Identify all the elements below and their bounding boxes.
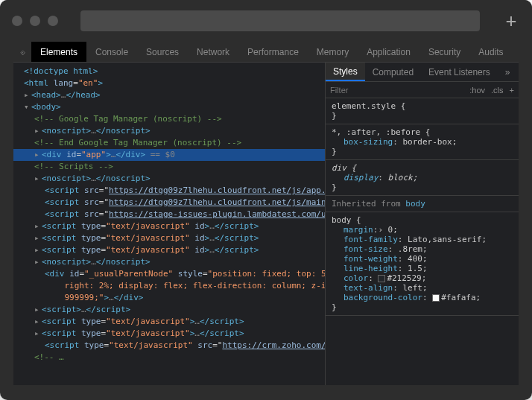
titlebar: +: [0, 0, 532, 42]
dom-line[interactable]: <script type="text/javascript" src="http…: [13, 340, 325, 352]
inherited-from: Inherited from body: [326, 196, 519, 212]
tab-security[interactable]: Security: [419, 42, 469, 62]
hov-toggle[interactable]: :hov: [469, 86, 485, 95]
css-prop[interactable]: display: block;: [332, 173, 513, 182]
dom-line[interactable]: <script src="https://stage-issues-plugin…: [13, 209, 325, 220]
subtab-more-icon[interactable]: »: [498, 63, 518, 81]
css-prop[interactable]: text-align: left;: [332, 283, 513, 293]
styles-filter-row: :hov .cls +: [326, 82, 519, 98]
css-prop[interactable]: font-family: Lato,sans-serif;: [332, 235, 513, 244]
dom-line[interactable]: ▸<script>…</script>: [13, 304, 325, 316]
dom-line[interactable]: <script src="https://dtgg09z7lhehu.cloud…: [13, 197, 325, 209]
css-prop[interactable]: box-sizing: border-box;: [332, 137, 513, 147]
cls-toggle[interactable]: .cls: [491, 86, 504, 95]
dom-line[interactable]: ▸<noscript>…</noscript>: [13, 256, 325, 268]
css-prop[interactable]: background-color: #fafafa;: [332, 293, 513, 302]
tab-network[interactable]: Network: [188, 42, 238, 62]
tab-application[interactable]: Application: [358, 42, 419, 62]
subtab-event-listeners[interactable]: Event Listeners: [421, 63, 498, 81]
dom-line[interactable]: ▸<script type="text/javascript" id>…</sc…: [13, 220, 325, 232]
tab-memory[interactable]: Memory: [308, 42, 358, 62]
tab-sources[interactable]: Sources: [137, 42, 188, 62]
brace: }: [332, 111, 513, 121]
css-prop[interactable]: color: #212529;: [332, 273, 513, 283]
selector-text: *, :after, :before {: [332, 127, 513, 137]
panels: <!doctype html> <html lang="en"> ▸<head>…: [13, 63, 519, 385]
rule-body[interactable]: body { margin:› 0; font-family: Lato,san…: [326, 212, 519, 316]
dom-line[interactable]: ▸<script type="text/javascript" id>…</sc…: [13, 244, 325, 256]
dom-line[interactable]: <html lang="en">: [13, 77, 325, 89]
styles-subtabs: Styles Computed Event Listeners »: [326, 63, 519, 82]
browser-window: + ⟐ Elements Console Sources Network Per…: [0, 0, 532, 400]
dom-line[interactable]: <div id="_usualParentNode" style="positi…: [13, 268, 325, 304]
dom-tree[interactable]: <!doctype html> <html lang="en"> ▸<head>…: [13, 63, 325, 385]
dom-line[interactable]: ▸<script type="text/javascript">…</scrip…: [13, 316, 325, 328]
styles-panel: Styles Computed Event Listeners » :hov .…: [325, 63, 519, 385]
tab-elements[interactable]: Elements: [31, 42, 86, 62]
url-bar[interactable]: [80, 10, 480, 31]
subtab-styles[interactable]: Styles: [326, 63, 365, 81]
brace: }: [332, 182, 513, 192]
inspect-picker-icon[interactable]: ⟐: [13, 47, 31, 57]
tab-performance[interactable]: Performance: [238, 42, 308, 62]
dom-line[interactable]: <!doctype html>: [13, 66, 325, 77]
dom-line[interactable]: ▸<noscript>…</noscript>: [13, 173, 325, 185]
dom-line[interactable]: <!-- Scripts -->: [13, 161, 325, 173]
rule-div[interactable]: div { display: block; }: [326, 160, 519, 196]
selector-text: div {: [332, 163, 513, 173]
devtools: ⟐ Elements Console Sources Network Perfo…: [13, 42, 519, 385]
dom-line[interactable]: ▸<head>…</head>: [13, 89, 325, 101]
dom-line-selected[interactable]: ▸<div id="app">…</div> == $0: [13, 149, 325, 161]
dom-line[interactable]: <!-- End Google Tag Manager (noscript) -…: [13, 137, 325, 149]
subtab-computed[interactable]: Computed: [365, 63, 421, 81]
new-tab-button[interactable]: +: [502, 10, 520, 31]
css-prop[interactable]: font-weight: 400;: [332, 254, 513, 264]
tab-console[interactable]: Console: [86, 42, 137, 62]
css-prop[interactable]: line-height: 1.5;: [332, 264, 513, 273]
close-dot[interactable]: [12, 16, 22, 26]
dom-line[interactable]: <!-- Google Tag Manager (noscript) -->: [13, 113, 325, 125]
css-prop[interactable]: font-size: .8rem;: [332, 244, 513, 254]
minimize-dot[interactable]: [30, 16, 40, 26]
dom-line[interactable]: ▾<body>: [13, 101, 325, 113]
styles-filter-input[interactable]: [330, 86, 469, 95]
dom-line[interactable]: <!-- …: [13, 352, 325, 364]
brace: }: [332, 147, 513, 156]
dom-line[interactable]: ▸<script type="text/javascript">…</scrip…: [13, 328, 325, 340]
tab-audits[interactable]: Audits: [469, 42, 512, 62]
dom-line[interactable]: ▸<script type="text/javascript" id>…</sc…: [13, 232, 325, 244]
dom-line[interactable]: <script src="https://dtgg09z7lhehu.cloud…: [13, 185, 325, 197]
selector-text: element.style {: [332, 101, 513, 111]
dom-line[interactable]: ▸<noscript>…</noscript>: [13, 125, 325, 137]
new-rule-button[interactable]: +: [510, 86, 514, 95]
rule-universal[interactable]: *, :after, :before { box-sizing: border-…: [326, 124, 519, 160]
brace: }: [332, 302, 513, 312]
zoom-dot[interactable]: [48, 16, 58, 26]
rule-element-style[interactable]: element.style { }: [326, 98, 519, 124]
devtools-tabbar: ⟐ Elements Console Sources Network Perfo…: [13, 42, 519, 63]
traffic-lights: [12, 16, 58, 26]
css-prop[interactable]: margin:› 0;: [332, 225, 513, 235]
selector-text: body {: [332, 215, 513, 225]
